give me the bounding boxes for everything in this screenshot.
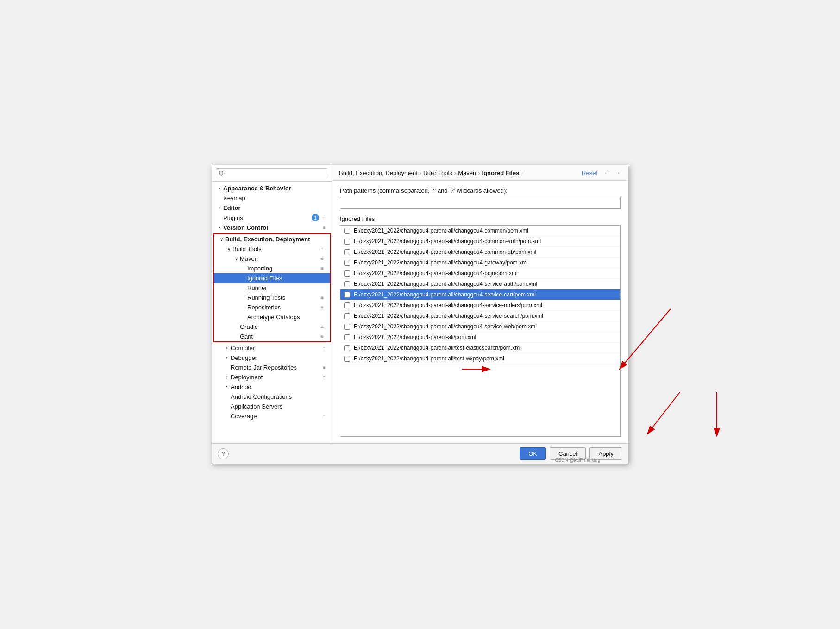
file-checkbox[interactable] xyxy=(344,239,350,245)
breadcrumb-sep-1: › xyxy=(420,170,421,176)
breadcrumb-sep-3: › xyxy=(478,170,480,176)
sidebar-item-archetype-catalogs[interactable]: Archetype Catalogs xyxy=(214,312,330,322)
sidebar-item-remote-jar[interactable]: Remote Jar Repositories ≡ xyxy=(212,363,332,372)
sidebar-item-maven[interactable]: ∨ Maven ≡ xyxy=(214,254,330,264)
file-checkbox[interactable] xyxy=(344,249,350,255)
plugins-badge: 1 xyxy=(312,214,319,221)
file-path: E:/czxy2021_2022/changgou4-parent-ali/ch… xyxy=(354,270,518,277)
file-row[interactable]: E:/czxy2021_2022/changgou4-parent-ali/ch… xyxy=(340,311,620,321)
file-checkbox[interactable] xyxy=(344,228,350,234)
ok-button[interactable]: OK xyxy=(520,447,546,460)
file-row[interactable]: E:/czxy2021_2022/changgou4-parent-ali/ch… xyxy=(340,236,620,247)
sidebar-item-label: Application Servers xyxy=(231,403,328,410)
sidebar-item-runner[interactable]: Runner xyxy=(214,283,330,293)
file-checkbox[interactable] xyxy=(344,260,350,266)
file-row[interactable]: E:/czxy2021_2022/changgou4-parent-ali/ch… xyxy=(340,258,620,268)
sidebar-item-compiler[interactable]: › Compiler ≡ xyxy=(212,343,332,353)
settings-icon: ≡ xyxy=(321,413,327,420)
bottom-arrow-1 xyxy=(647,392,680,434)
file-checkbox[interactable] xyxy=(344,345,350,351)
settings-icon: ≡ xyxy=(321,214,327,221)
back-arrow[interactable]: ← xyxy=(603,169,611,176)
file-checkbox[interactable] xyxy=(344,281,350,287)
sidebar-item-debugger[interactable]: › Debugger xyxy=(212,353,332,363)
reset-button[interactable]: Reset xyxy=(582,170,597,176)
settings-icon: ≡ xyxy=(319,265,326,272)
file-path: E:/czxy2021_2022/changgou4-parent-ali/po… xyxy=(354,334,476,340)
file-row[interactable]: E:/czxy2021_2022/changgou4-parent-ali/ch… xyxy=(340,289,620,300)
sidebar-item-label: Version Control xyxy=(223,224,321,231)
nav-arrows: ← → xyxy=(603,169,621,176)
sidebar-item-coverage[interactable]: Coverage ≡ xyxy=(212,411,332,421)
search-input[interactable] xyxy=(216,168,328,178)
file-row[interactable]: E:/czxy2021_2022/changgou4-parent-ali/ch… xyxy=(340,279,620,289)
sidebar-item-label: Compiler xyxy=(231,345,321,352)
sidebar-item-label: Build, Execution, Deployment xyxy=(225,236,326,243)
file-checkbox[interactable] xyxy=(344,302,350,308)
sidebar-item-label: Android Configurations xyxy=(231,393,328,400)
sidebar-item-android-configs[interactable]: Android Configurations xyxy=(212,392,332,402)
sidebar-item-app-servers[interactable]: Application Servers xyxy=(212,402,332,411)
file-path: E:/czxy2021_2022/changgou4-parent-ali/ch… xyxy=(354,291,536,298)
sidebar-item-keymap[interactable]: Keymap xyxy=(212,193,332,203)
file-row[interactable]: E:/czxy2021_2022/changgou4-parent-ali/ch… xyxy=(340,321,620,332)
sidebar-item-repositories[interactable]: Repositories ≡ xyxy=(214,302,330,312)
file-row[interactable]: E:/czxy2021_2022/changgou4-parent-ali/po… xyxy=(340,332,620,343)
collapse-icon: ∨ xyxy=(232,256,240,261)
sidebar-item-build-exec[interactable]: ∨ Build, Execution, Deployment xyxy=(214,234,330,244)
forward-arrow[interactable]: → xyxy=(613,169,621,176)
arrow-icon: › xyxy=(216,186,223,191)
arrow-icon: › xyxy=(216,205,223,210)
file-path: E:/czxy2021_2022/changgou4-parent-ali/ch… xyxy=(354,249,536,255)
arrow-icon: › xyxy=(223,384,231,390)
sidebar-item-label: Runner xyxy=(247,284,326,291)
collapse-icon: ∨ xyxy=(225,246,232,252)
sidebar-item-editor[interactable]: › Editor xyxy=(212,203,332,213)
file-path: E:/czxy2021_2022/changgou4-parent-ali/ch… xyxy=(354,323,537,330)
settings-icon: ≡ xyxy=(319,295,326,301)
sidebar: › Appearance & Behavior Keymap › Editor … xyxy=(212,165,332,443)
arrow-icon: › xyxy=(223,375,231,380)
sidebar-item-label: Remote Jar Repositories xyxy=(231,364,321,371)
file-row[interactable]: E:/czxy2021_2022/changgou4-parent-ali/te… xyxy=(340,343,620,353)
sidebar-item-build-tools[interactable]: ∨ Build Tools ≡ xyxy=(214,244,330,254)
sidebar-item-label: Ignored Files xyxy=(247,275,326,282)
sidebar-item-importing[interactable]: Importing ≡ xyxy=(214,264,330,273)
arrow-icon: › xyxy=(216,225,223,230)
file-row[interactable]: E:/czxy2021_2022/changgou4-parent-ali/ch… xyxy=(340,247,620,258)
ignored-files-list: E:/czxy2021_2022/changgou4-parent-ali/ch… xyxy=(340,225,621,437)
breadcrumb-part-1: Build, Execution, Deployment xyxy=(339,170,418,176)
settings-icon: ≡ xyxy=(321,365,327,371)
file-checkbox[interactable] xyxy=(344,356,350,362)
file-row[interactable]: E:/czxy2021_2022/changgou4-parent-ali/ch… xyxy=(340,226,620,236)
file-row[interactable]: E:/czxy2021_2022/changgou4-parent-ali/ch… xyxy=(340,268,620,279)
dialog-footer: ? OK Cancel Apply CSDN @kaiP thinking xyxy=(212,443,628,464)
sidebar-item-ignored-files[interactable]: Ignored Files xyxy=(214,273,330,283)
file-checkbox[interactable] xyxy=(344,292,350,298)
arrow-icon: › xyxy=(223,346,231,351)
sidebar-item-version-control[interactable]: › Version Control ≡ xyxy=(212,223,332,233)
dialog-body: › Appearance & Behavior Keymap › Editor … xyxy=(212,165,628,443)
sidebar-item-android[interactable]: › Android xyxy=(212,382,332,392)
breadcrumb-part-2: Build Tools xyxy=(423,170,452,176)
help-button[interactable]: ? xyxy=(218,448,229,459)
settings-icon: ≡ xyxy=(319,333,326,340)
build-tools-section: ∨ Build, Execution, Deployment ∨ Build T… xyxy=(213,233,331,342)
sidebar-item-gradle[interactable]: Gradle ≡ xyxy=(214,322,330,332)
sidebar-item-running-tests[interactable]: Running Tests ≡ xyxy=(214,293,330,302)
file-checkbox[interactable] xyxy=(344,324,350,330)
sidebar-item-gant[interactable]: Gant ≡ xyxy=(214,332,330,341)
path-patterns-input[interactable] xyxy=(340,197,621,209)
file-row[interactable]: E:/czxy2021_2022/changgou4-parent-ali/te… xyxy=(340,353,620,364)
sidebar-item-appearance[interactable]: › Appearance & Behavior xyxy=(212,183,332,193)
file-checkbox[interactable] xyxy=(344,334,350,340)
file-row[interactable]: E:/czxy2021_2022/changgou4-parent-ali/ch… xyxy=(340,300,620,311)
sidebar-item-deployment[interactable]: › Deployment ≡ xyxy=(212,372,332,382)
sidebar-item-label: Coverage xyxy=(231,413,321,420)
settings-icon: ≡ xyxy=(319,256,326,262)
file-checkbox[interactable] xyxy=(344,270,350,277)
search-box[interactable] xyxy=(212,165,332,182)
settings-icon: ≡ xyxy=(321,374,327,381)
sidebar-item-plugins[interactable]: Plugins 1 ≡ xyxy=(212,213,332,223)
file-checkbox[interactable] xyxy=(344,313,350,319)
